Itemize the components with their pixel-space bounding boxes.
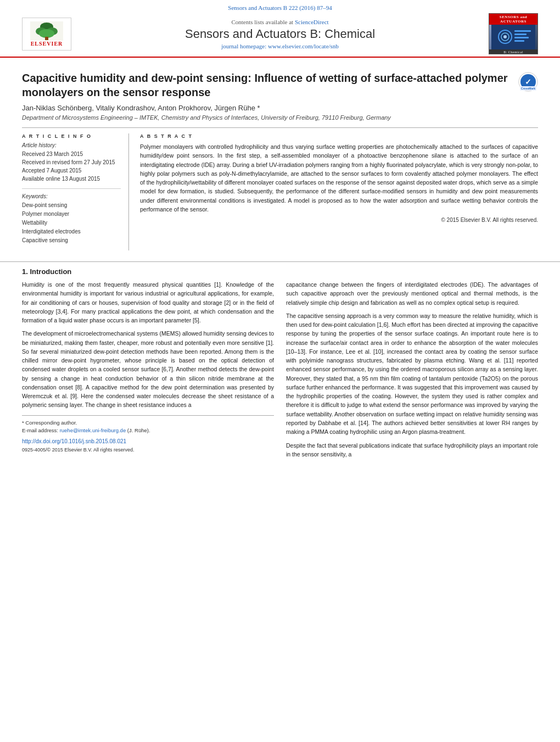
received-date: Received 23 March 2015 [22, 150, 121, 158]
top-bar-text: Sensors and Actuators B 222 (2016) 87–94 [228, 4, 332, 11]
keyword-3: Wettability [22, 219, 121, 227]
svg-text:✓: ✓ [525, 77, 531, 86]
intro-right-col: capacitance change between the fingers o… [286, 280, 538, 463]
homepage-row: journal homepage: www.elsevier.com/locat… [71, 43, 489, 49]
journal-top-bar: Sensors and Actuators B 222 (2016) 87–94 [22, 4, 538, 11]
journal-title-center: Contents lists available at ScienceDirec… [71, 19, 489, 49]
footnote-email-label: E-mail address: [22, 427, 58, 433]
svg-rect-11 [514, 34, 527, 35]
footnote-email-link[interactable]: ruehe@imtek.uni-freiburg.de [60, 427, 126, 433]
article-info-abstract: A R T I C L E I N F O Article history: R… [22, 127, 538, 250]
svg-rect-5 [45, 37, 48, 40]
info-divider [22, 188, 121, 189]
abstract-heading: A B S T R A C T [140, 133, 538, 139]
elsevier-text: ELSEVIER [31, 41, 63, 47]
intro-para-2: The development of microelectromechanica… [22, 329, 274, 409]
content-area: Capacitive humidity and dew-point sensin… [0, 58, 560, 261]
article-info-col: A R T I C L E I N F O Article history: R… [22, 133, 129, 250]
svg-rect-6 [491, 25, 535, 49]
right-para-3: Despite the fact that several publicatio… [286, 441, 538, 459]
keywords-label: Keywords: [22, 193, 121, 199]
keyword-2: Polymer monolayer [22, 210, 121, 219]
footnote-corresponding: * Corresponding author. [22, 419, 274, 427]
revised-date: Received in revised form 27 July 2015 [22, 158, 121, 166]
intro-left-col: Humidity is one of the most frequently m… [22, 280, 274, 463]
sciencedirect-link[interactable]: ScienceDirect [295, 19, 329, 25]
journal-header: Sensors and Actuators B 222 (2016) 87–94… [0, 0, 560, 58]
issn-text: 0925-4005/© 2015 Elsevier B.V. All right… [22, 447, 134, 453]
doi-link[interactable]: http://dx.doi.org/10.1016/j.snb.2015.08.… [22, 437, 274, 446]
sensors-logo: SENSORS and ACTUATORS B: Chemical [489, 13, 538, 54]
intro-two-col: Humidity is one of the most frequently m… [22, 280, 538, 463]
intro-para-1: Humidity is one of the most frequently m… [22, 280, 274, 325]
affiliation: Department of Microsystems Engineering –… [22, 114, 538, 121]
keyword-5: Capacitive sensing [22, 236, 121, 245]
svg-point-4 [39, 29, 54, 38]
available-date: Available online 13 August 2015 [22, 175, 121, 183]
article-history-group: Article history: Received 23 March 2015 … [22, 142, 121, 183]
contents-label: Contents lists available at ScienceDirec… [71, 19, 489, 25]
authors: Jan-Niklas Schönberg, Vitaliy Kondrashov… [22, 104, 538, 112]
article-history-label: Article history: [22, 142, 121, 148]
keyword-1: Dew-point sensing [22, 201, 121, 210]
footnote-email-name: (J. Rühe). [127, 427, 150, 433]
abstract-paragraph: Polymer monolayers with controlled hydro… [140, 142, 538, 214]
keywords-list: Dew-point sensing Polymer monolayer Wett… [22, 201, 121, 245]
svg-rect-13 [514, 40, 524, 42]
accepted-date: Accepted 7 August 2015 [22, 166, 121, 175]
article-info-heading: A R T I C L E I N F O [22, 133, 121, 139]
journal-logos-row: ELSEVIER Contents lists available at Sci… [22, 13, 538, 54]
footnote-email-row: E-mail address: ruehe@imtek.uni-freiburg… [22, 427, 274, 435]
sensors-logo-top-text: SENSORS and ACTUATORS [489, 14, 537, 25]
elsevier-logo: ELSEVIER [22, 18, 71, 51]
right-para-1: capacitance change between the fingers o… [286, 280, 538, 307]
page: Sensors and Actuators B 222 (2016) 87–94… [0, 0, 560, 742]
svg-text:CrossMark: CrossMark [521, 87, 535, 90]
keywords-group: Keywords: Dew-point sensing Polymer mono… [22, 193, 121, 245]
crossmark-icon: ✓ CrossMark CrossMark [518, 72, 538, 92]
svg-point-9 [503, 35, 507, 38]
svg-rect-12 [514, 37, 529, 38]
sensors-graphic [491, 25, 535, 49]
svg-rect-10 [514, 30, 531, 32]
article-title-text: Capacitive humidity and dew-point sensin… [22, 71, 513, 99]
right-para-2: The capacitive sensing approach is a ver… [286, 311, 538, 437]
article-title-row: Capacitive humidity and dew-point sensin… [22, 71, 538, 99]
copyright: © 2015 Elsevier B.V. All rights reserved… [140, 217, 538, 223]
intro-title: 1. Introduction [22, 267, 538, 276]
footnote-area: * Corresponding author. E-mail address: … [22, 415, 274, 454]
keyword-4: Interdigitated electrodes [22, 227, 121, 236]
journal-title: Sensors and Actuators B: Chemical [71, 27, 489, 41]
abstract-text: Polymer monolayers with controlled hydro… [140, 142, 538, 214]
main-body: 1. Introduction Humidity is one of the m… [0, 261, 560, 474]
homepage-url[interactable]: www.elsevier.com/locate/snb [268, 43, 339, 49]
sensors-logo-image [489, 25, 537, 49]
elsevier-tree-icon [30, 21, 63, 41]
sensors-logo-bottom-text: B: Chemical [489, 49, 537, 54]
abstract-col: A B S T R A C T Polymer monolayers with … [140, 133, 538, 250]
